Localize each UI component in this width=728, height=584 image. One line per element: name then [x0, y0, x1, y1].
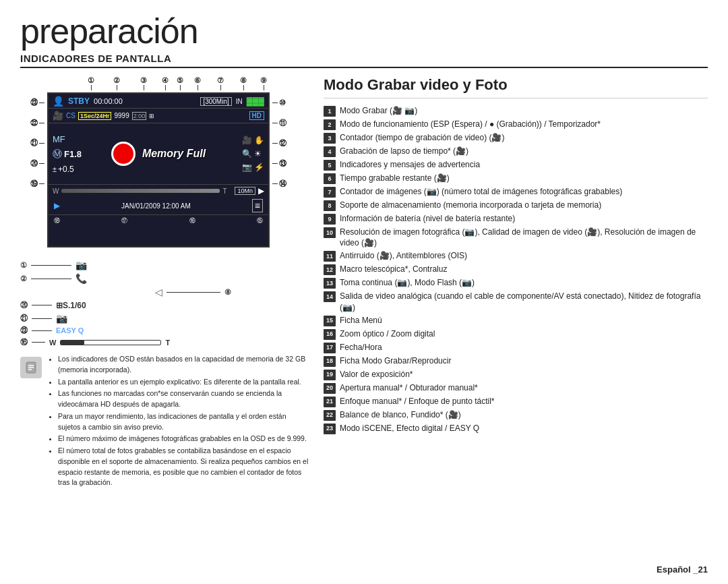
- note-6: El número total de fotos grabables se co…: [58, 446, 310, 488]
- right-ind-14: ⑭: [279, 179, 286, 189]
- macro-icon: 🔍: [242, 149, 252, 158]
- item-row-7: 7Contador de imágenes (📷) (número total …: [324, 186, 708, 198]
- item-num-22: 22: [324, 410, 336, 421]
- item-row-3: 3Contador (tiempo de grabación de video)…: [324, 132, 708, 144]
- t-label: T: [222, 187, 226, 195]
- left-panel: ① ② ③ ④ ⑤: [20, 76, 310, 490]
- item-num-21: 21: [324, 397, 336, 407]
- phone-icon: 📞: [75, 273, 87, 284]
- item-text-2: Modo de funcionamiento (ESP (Espera) / ●…: [340, 119, 708, 129]
- item-row-19: 19Valor de exposición*: [324, 369, 708, 380]
- right-ind-11: ⑪: [279, 118, 286, 128]
- item-text-11: Antirruido (🎥), Antitemblores (OIS): [340, 250, 708, 261]
- item-text-20: Apertura manual* / Obturador manual*: [340, 382, 708, 393]
- right-ind-12: ⑫: [279, 138, 286, 148]
- bottom-num-16: ⑯: [189, 216, 195, 225]
- item-row-20: 20Apertura manual* / Obturador manual*: [324, 382, 708, 394]
- w-label: W: [53, 187, 59, 195]
- item-num-13: 13: [324, 278, 336, 289]
- item-num-7: 7: [324, 187, 336, 198]
- item-text-14: Salida de video analógica (cuando el cab…: [340, 291, 708, 312]
- ratio-indicator: 2:00: [132, 112, 147, 120]
- item-row-14: 14Salida de video analógica (cuando el c…: [324, 291, 708, 312]
- content-area: ① ② ③ ④ ⑤: [20, 76, 708, 490]
- left-ind-19: ⑲: [30, 179, 38, 189]
- footer-page: _21: [693, 564, 708, 575]
- item-row-6: 6Tiempo grabable restante (🎥): [324, 173, 708, 184]
- left-ind-21: ㉑: [30, 139, 38, 147]
- play-icon-indicator: ▶: [54, 201, 60, 210]
- item-num-6: 6: [324, 173, 336, 184]
- backlight-icon: ☀: [254, 149, 262, 158]
- item-text-10: Resolución de imagen fotográfica (📷), Ca…: [340, 227, 708, 248]
- shutter-indicator: 1Sec/24Hr: [78, 112, 112, 120]
- item-text-1: Modo Grabar (🎥 📷): [340, 105, 708, 116]
- easy-q-label: EASY Q: [56, 326, 84, 334]
- aperture-value: F1.8: [64, 149, 82, 159]
- item-row-18: 18Ficha Modo Grabar/Reproducir: [324, 355, 708, 367]
- item-text-18: Ficha Modo Grabar/Reproducir: [340, 355, 708, 366]
- camera-screen: 👤 STBY 00:00:00 [300Min] IN ▓▓▓ 🎥 CS: [47, 92, 270, 247]
- item-text-7: Contador de imágenes (📷) (número total d…: [340, 186, 708, 197]
- item-row-4: 4Grabación de lapso de tiempo* (🎥): [324, 146, 708, 157]
- notes-list: Los indicadores de OSD están basados en …: [49, 354, 310, 490]
- top-indicator-3: ③: [140, 76, 147, 85]
- arrow-right: ▶: [258, 186, 264, 196]
- main-page: preparación INDICADORES DE PANTALLA ① ②: [0, 0, 728, 584]
- shutter-speed: ⊞S.1/60: [56, 301, 86, 310]
- top-indicator-4: ④: [162, 76, 169, 85]
- grid-icon: ⊞: [149, 113, 154, 119]
- item-num-20: 20: [324, 383, 336, 394]
- aperture-icon: Ⓜ: [53, 148, 62, 160]
- left-indicators: ㉓ ㉒ ㉑ ⑳: [20, 92, 44, 254]
- item-text-19: Valor de exposición*: [340, 369, 708, 380]
- t-bottom: T: [165, 339, 170, 347]
- top-indicator-9: ⑨: [260, 76, 267, 85]
- menu-icon: ≡: [252, 199, 263, 212]
- item-num-4: 4: [324, 146, 336, 157]
- item-row-16: 16Zoom óptico / Zoom digital: [324, 328, 708, 340]
- time-indicator: 00:00:00: [94, 97, 123, 105]
- memory-indicator: [300Min]: [200, 97, 231, 106]
- item-text-6: Tiempo grabable restante (🎥): [340, 173, 708, 183]
- page-footer: Español _21: [657, 564, 708, 575]
- left-arrow: ◁: [155, 287, 162, 297]
- item-num-1: 1: [324, 106, 336, 117]
- item-num-10: 10: [324, 227, 336, 238]
- top-indicator-1: ①: [88, 76, 94, 85]
- item-text-22: Balance de blanco, Fundido* (🎥): [340, 409, 708, 420]
- record-button-indicator: [111, 142, 135, 166]
- note-4: Para un mayor rendimiento, las indicacio…: [58, 411, 310, 433]
- right-panel: Modo Grabar video y Foto 1Modo Grabar (🎥…: [324, 76, 708, 490]
- continuous-icon: 📷: [242, 163, 252, 172]
- item-text-4: Grabación de lapso de tiempo* (🎥): [340, 146, 708, 156]
- top-indicator-7: ⑦: [217, 76, 224, 85]
- item-num-11: 11: [324, 251, 336, 262]
- hand-icon: ✋: [254, 136, 264, 145]
- right-ind-10: ⑩: [279, 98, 286, 107]
- item-row-9: 9Información de batería (nivel de baterí…: [324, 213, 708, 225]
- item-num-23: 23: [324, 424, 336, 434]
- item-num-12: 12: [324, 264, 336, 275]
- note-5: El número máximo de imágenes fotográfica…: [58, 434, 310, 444]
- bottom-num-15: ⑮: [257, 216, 263, 225]
- item-text-13: Toma continua (📷), Modo Flash (📷): [340, 277, 708, 288]
- sub-diagram: ① 📷 ② 📞 ◁ ⑧ ⑳: [20, 260, 310, 347]
- exposure-icon: ±: [53, 165, 57, 173]
- date-indicator: JAN/01/2009 12:00 AM: [121, 202, 191, 210]
- item-num-3: 3: [324, 133, 336, 144]
- bottom-num-17: ⑰: [121, 216, 127, 225]
- notes-area: Los indicadores de OSD están basados en …: [20, 354, 310, 490]
- scene-icon: CS: [66, 112, 75, 119]
- item-text-3: Contador (tiempo de grabación de video) …: [340, 132, 708, 143]
- bottom-num-18: ⑱: [54, 216, 60, 225]
- camera-bottom-icon: 📷: [75, 260, 87, 270]
- item-num-16: 16: [324, 329, 336, 340]
- count-indicator: 9999: [114, 112, 129, 119]
- exposure-value: +0.5: [58, 165, 74, 174]
- item-row-21: 21Enfoque manual* / Enfoque de punto tác…: [324, 396, 708, 407]
- note-2: La pantalla anterior es un ejemplo expli…: [58, 377, 310, 388]
- item-num-9: 9: [324, 214, 336, 225]
- item-num-5: 5: [324, 160, 336, 171]
- left-ind-23: ㉓: [30, 98, 38, 107]
